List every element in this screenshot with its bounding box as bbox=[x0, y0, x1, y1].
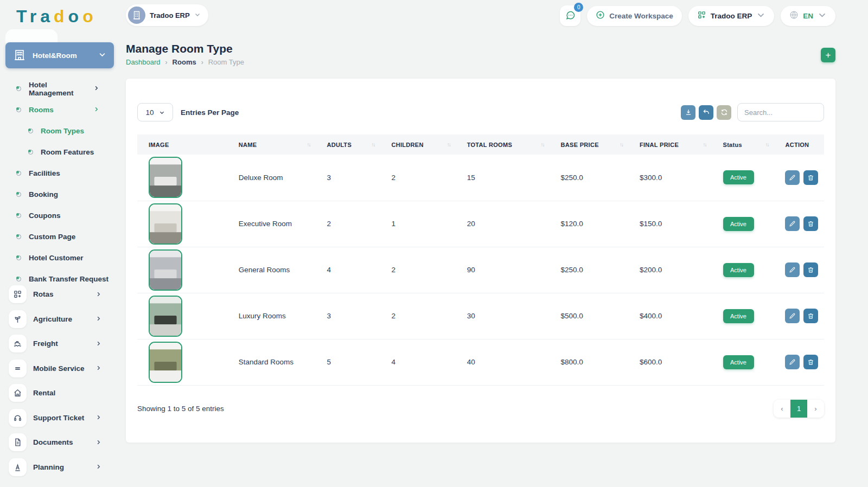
table-row: Executive Room 2 1 20 $120.0 $150.0 Acti… bbox=[137, 201, 824, 247]
create-workspace-button[interactable]: Create Workspace bbox=[587, 6, 682, 26]
sidebar-item-facilities[interactable]: Facilities bbox=[0, 163, 117, 184]
column-header-adults[interactable]: ADULTS↑↓ bbox=[315, 134, 380, 155]
plus-circle-icon bbox=[596, 10, 605, 21]
status-badge[interactable]: Active bbox=[723, 355, 754, 369]
sidebar-item-coupons[interactable]: Coupons bbox=[0, 205, 117, 226]
sidebar-modules: Rotas Agriculture Freight Mobile Service… bbox=[0, 282, 117, 479]
home-icon bbox=[9, 384, 27, 402]
pagination-next-button[interactable]: › bbox=[807, 400, 824, 418]
bullet-circle-icon bbox=[16, 107, 21, 112]
bullet-circle-icon bbox=[16, 277, 21, 281]
pagination-page-1[interactable]: 1 bbox=[790, 400, 807, 418]
total-rooms-cell: 90 bbox=[456, 247, 550, 293]
status-badge[interactable]: Active bbox=[723, 263, 754, 277]
delete-button[interactable] bbox=[803, 216, 818, 231]
status-badge[interactable]: Active bbox=[723, 170, 754, 184]
sort-icon: ↑↓ bbox=[371, 142, 374, 148]
bullet-circle-icon bbox=[16, 192, 21, 197]
search-input[interactable] bbox=[737, 103, 824, 121]
column-label: TOTAL ROOMS bbox=[467, 142, 512, 148]
chevron-down-icon bbox=[756, 10, 765, 21]
column-header-final-price[interactable]: FINAL PRICE↑↓ bbox=[628, 134, 712, 155]
breadcrumb-item[interactable]: Rooms bbox=[173, 58, 196, 66]
edit-button[interactable] bbox=[785, 262, 800, 277]
column-header-total-rooms[interactable]: TOTAL ROOMS↑↓ bbox=[456, 134, 550, 155]
sidebar-item-label: Rotas bbox=[33, 290, 89, 298]
sidebar-item-room-features[interactable]: Room Features bbox=[0, 142, 117, 163]
sidebar-item-custom-page[interactable]: Custom Page bbox=[0, 226, 117, 247]
sidebar-item-hotel-customer[interactable]: Hotel Customer bbox=[0, 247, 117, 268]
status-badge[interactable]: Active bbox=[723, 217, 754, 231]
entries-per-page-select[interactable]: 10 bbox=[137, 103, 173, 121]
refresh-button[interactable] bbox=[717, 105, 731, 120]
breadcrumb-item[interactable]: Dashboard bbox=[126, 58, 161, 66]
room-name-cell: Luxury Rooms bbox=[227, 293, 316, 339]
adults-cell: 5 bbox=[315, 339, 380, 385]
sidebar-item-mobile-service[interactable]: Mobile Service bbox=[0, 356, 117, 381]
sidebar-item-planning[interactable]: Planning bbox=[0, 455, 117, 480]
delete-button[interactable] bbox=[803, 170, 818, 185]
add-room-type-button[interactable]: + bbox=[821, 48, 835, 62]
table-row: Deluxe Room 3 2 15 $250.0 $300.0 Active bbox=[137, 155, 824, 201]
sidebar-item-label: Hotel Customer bbox=[29, 254, 84, 262]
column-header-name[interactable]: NAME↑↓ bbox=[227, 134, 316, 155]
chevron-right-icon bbox=[95, 413, 101, 422]
pagination-prev-button[interactable]: ‹ bbox=[774, 400, 790, 418]
room-image[interactable] bbox=[149, 296, 182, 337]
chat-button[interactable]: 0 bbox=[560, 5, 580, 26]
sidebar-item-rental[interactable]: Rental bbox=[0, 381, 117, 406]
sidebar-item-documents[interactable]: Documents bbox=[0, 430, 117, 455]
chevron-right-icon bbox=[95, 290, 101, 299]
edit-button[interactable] bbox=[785, 216, 800, 231]
trash-icon bbox=[807, 358, 814, 366]
sidebar-item-booking[interactable]: Booking bbox=[0, 184, 117, 205]
workspace-selector[interactable]: Tradoo ERP bbox=[126, 4, 208, 26]
delete-button[interactable] bbox=[803, 309, 818, 323]
sidebar-item-label: Rental bbox=[33, 389, 117, 397]
sidebar-item-room-types[interactable]: Room Types bbox=[0, 120, 117, 142]
sidebar-item-agriculture[interactable]: Agriculture bbox=[0, 307, 117, 332]
sidebar-item-hotel-management[interactable]: Hotel Management bbox=[0, 78, 117, 99]
edit-button[interactable] bbox=[785, 355, 800, 369]
sort-icon: ↑↓ bbox=[620, 142, 623, 148]
sidebar-item-rotas[interactable]: Rotas bbox=[0, 282, 117, 307]
logo-letter: a bbox=[40, 7, 54, 26]
sort-icon: ↑↓ bbox=[703, 142, 706, 148]
column-header-base-price[interactable]: BASE PRICE↑↓ bbox=[550, 134, 628, 155]
delete-button[interactable] bbox=[803, 262, 818, 277]
sidebar-item-freight[interactable]: Freight bbox=[0, 331, 117, 356]
room-image[interactable] bbox=[149, 342, 182, 383]
column-header-children[interactable]: CHILDREN↑↓ bbox=[380, 134, 455, 155]
erp-workspace-button[interactable]: Tradoo ERP bbox=[688, 6, 775, 26]
room-image[interactable] bbox=[149, 157, 182, 198]
main-content: Manage Room Type Dashboard›Rooms›Room Ty… bbox=[126, 30, 868, 487]
language-selector[interactable]: EN bbox=[781, 6, 835, 26]
column-label: FINAL PRICE bbox=[640, 142, 679, 148]
room-image[interactable] bbox=[149, 249, 182, 291]
sidebar-item-support-ticket[interactable]: Support Ticket bbox=[0, 406, 117, 431]
edit-button[interactable] bbox=[785, 170, 800, 185]
undo-button[interactable] bbox=[699, 105, 713, 120]
room-image[interactable] bbox=[149, 203, 182, 245]
refresh-icon bbox=[720, 108, 728, 116]
column-label: IMAGE bbox=[149, 142, 169, 148]
bullet-circle-icon bbox=[16, 86, 21, 91]
children-cell: 2 bbox=[380, 155, 455, 201]
sidebar-item-label: Booking bbox=[29, 190, 58, 198]
breadcrumb-separator: › bbox=[165, 59, 168, 66]
ship-icon bbox=[9, 335, 27, 353]
status-badge[interactable]: Active bbox=[723, 309, 754, 323]
sidebar-item-rooms[interactable]: Rooms bbox=[0, 99, 117, 120]
erp-button-label: Tradoo ERP bbox=[711, 12, 752, 20]
edit-button[interactable] bbox=[785, 309, 800, 323]
sidebar-section-hotel-room[interactable]: Hotel&Room bbox=[5, 42, 114, 68]
adults-cell: 2 bbox=[315, 201, 380, 247]
export-download-button[interactable] bbox=[681, 105, 695, 120]
sidebar-item-label: Room Types bbox=[41, 127, 84, 135]
sidebar-item-label: Coupons bbox=[29, 212, 61, 220]
logo-letter: d bbox=[54, 7, 68, 26]
pencil-icon bbox=[789, 266, 796, 273]
column-header-status[interactable]: Status↑↓ bbox=[712, 134, 774, 155]
delete-button[interactable] bbox=[803, 355, 818, 369]
sort-icon: ↑↓ bbox=[541, 142, 544, 148]
